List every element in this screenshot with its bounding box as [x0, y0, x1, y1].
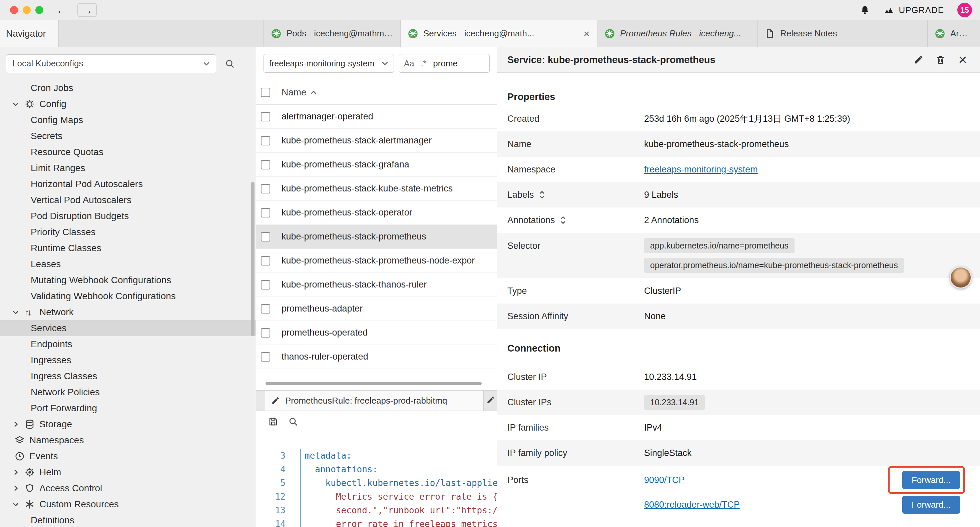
tab-pods[interactable]: Pods - icecheng@mathmas...: [264, 20, 401, 47]
sidebar-item-custom-resources[interactable]: Custom Resources: [0, 496, 256, 512]
sidebar-item-services[interactable]: Services: [0, 320, 256, 336]
editor-search-icon[interactable]: [288, 417, 298, 427]
yaml-editor[interactable]: 3metadata: 4 annotations: 5 kubectl.kube…: [256, 432, 497, 527]
chevron-down-icon[interactable]: [12, 100, 25, 108]
sidebar-scrollbar[interactable]: [251, 182, 255, 336]
selector-badge[interactable]: app.kubernetes.io/name=prometheus: [644, 238, 795, 253]
select-all-checkbox[interactable]: [261, 88, 270, 97]
row-checkbox[interactable]: [261, 328, 270, 338]
sidebar-item-resource-quotas[interactable]: Resource Quotas: [0, 144, 256, 160]
chevron-right-icon[interactable]: [12, 469, 25, 476]
sidebar-item-ingress-classes[interactable]: Ingress Classes: [0, 368, 256, 384]
window-minimize-button[interactable]: [23, 6, 31, 14]
sidebar-item-helm[interactable]: Helm: [0, 464, 256, 480]
port-link-8080-reloader-web[interactable]: 8080:reloader-web/TCP: [644, 500, 740, 510]
horizontal-scrollbar[interactable]: [266, 382, 482, 385]
sidebar-search-icon[interactable]: [225, 59, 235, 69]
sidebar-item-network[interactable]: ↑↓ Network: [0, 304, 256, 320]
sidebar-item-secrets[interactable]: Secrets: [0, 128, 256, 144]
row-checkbox[interactable]: [261, 160, 270, 169]
table-row[interactable]: thanos-ruler-operated: [256, 345, 497, 369]
pencil-icon[interactable]: [486, 396, 495, 404]
save-icon[interactable]: [268, 417, 278, 427]
upgrade-button[interactable]: UPGRADE: [883, 5, 944, 15]
row-checkbox[interactable]: [261, 232, 270, 242]
table-row-selected[interactable]: kube-prometheus-stack-prometheus: [256, 225, 497, 249]
forward-button[interactable]: Forward...: [902, 471, 960, 489]
sidebar-item-storage[interactable]: Storage: [0, 416, 256, 432]
table-row[interactable]: kube-prometheus-stack-prometheus-node-ex…: [256, 249, 497, 273]
annotations-count[interactable]: 2 Annotations: [644, 215, 699, 226]
dock-tab-prometheusrule[interactable]: PrometheusRule: freeleaps-prod-rabbitmq: [265, 390, 484, 411]
sidebar-item-validating-webhook-configurations[interactable]: Validating Webhook Configurations: [0, 288, 256, 304]
labels-count[interactable]: 9 Labels: [644, 190, 678, 200]
cluster-ip-badge[interactable]: 10.233.14.91: [644, 395, 705, 410]
table-row[interactable]: alertmanager-operated: [256, 105, 497, 129]
notification-count-badge[interactable]: 15: [957, 3, 972, 18]
match-case-toggle[interactable]: Aa: [404, 59, 414, 68]
row-checkbox[interactable]: [261, 136, 270, 145]
sidebar-item-definitions[interactable]: Definitions: [0, 512, 256, 527]
row-checkbox[interactable]: [261, 256, 270, 266]
tab-prometheus-rules[interactable]: Prometheus Rules - icecheng...: [597, 20, 757, 47]
selector-badge[interactable]: operator.prometheus.io/name=kube-prometh…: [644, 258, 904, 273]
forward-arrow-button[interactable]: →: [77, 3, 97, 17]
sidebar-item-config-maps[interactable]: Config Maps: [0, 112, 256, 128]
forward-button[interactable]: Forward...: [902, 496, 960, 514]
window-close-button[interactable]: [10, 6, 18, 14]
sidebar-item-limit-ranges[interactable]: Limit Ranges: [0, 160, 256, 176]
back-arrow-button[interactable]: ←: [53, 4, 71, 16]
table-row[interactable]: kube-prometheus-stack-kube-state-metrics: [256, 177, 497, 201]
sidebar-item-namespaces[interactable]: Namespaces: [0, 432, 256, 448]
table-row[interactable]: kube-prometheus-stack-grafana: [256, 153, 497, 177]
window-maximize-button[interactable]: [35, 6, 43, 14]
row-checkbox[interactable]: [261, 208, 270, 218]
table-row[interactable]: prometheus-adapter: [256, 297, 497, 321]
tab-close-icon[interactable]: ×: [584, 29, 590, 39]
sidebar-item-pod-disruption-budgets[interactable]: Pod Disruption Budgets: [0, 208, 256, 224]
sidebar-item-vertical-pod-autoscalers[interactable]: Vertical Pod Autoscalers: [0, 192, 256, 208]
sidebar-item-access-control[interactable]: Access Control: [0, 480, 256, 496]
sidebar-item-endpoints[interactable]: Endpoints: [0, 336, 256, 352]
user-avatar[interactable]: [950, 266, 972, 288]
namespace-filter-select[interactable]: freeleaps-monitoring-system: [264, 54, 394, 73]
tab-argo[interactable]: Argo Se: [928, 20, 980, 47]
row-checkbox[interactable]: [261, 352, 270, 361]
namespace-link[interactable]: freeleaps-monitoring-system: [644, 164, 758, 174]
chevron-down-icon[interactable]: [12, 309, 25, 316]
sidebar-item-config[interactable]: Config: [0, 96, 256, 112]
sidebar-item-port-forwarding[interactable]: Port Forwarding: [0, 400, 256, 416]
chevron-right-icon[interactable]: [12, 420, 25, 428]
port-link-9090[interactable]: 9090/TCP: [644, 475, 685, 485]
sidebar-item-runtime-classes[interactable]: Runtime Classes: [0, 240, 256, 256]
row-checkbox[interactable]: [261, 112, 270, 121]
sidebar-item-leases[interactable]: Leases: [0, 256, 256, 272]
row-checkbox[interactable]: [261, 184, 270, 193]
table-row[interactable]: kube-prometheus-stack-thanos-ruler: [256, 273, 497, 297]
name-column-header[interactable]: Name: [282, 87, 317, 98]
notifications-bell-icon[interactable]: [860, 5, 870, 15]
sidebar-item-cron-jobs[interactable]: Cron Jobs: [0, 80, 256, 96]
row-checkbox[interactable]: [261, 280, 270, 290]
sidebar-item-priority-classes[interactable]: Priority Classes: [0, 224, 256, 240]
list-search-input[interactable]: Aa .* prome: [399, 54, 490, 73]
sidebar-item-mutating-webhook-configurations[interactable]: Mutating Webhook Configurations: [0, 272, 256, 288]
close-icon[interactable]: ×: [955, 53, 970, 67]
tab-services[interactable]: Services - icecheng@math... ×: [401, 20, 597, 47]
sidebar-item-events[interactable]: Events: [0, 448, 256, 464]
tab-release-notes[interactable]: Release Notes: [757, 20, 928, 47]
table-row[interactable]: kube-prometheus-stack-alertmanager: [256, 129, 497, 153]
row-checkbox[interactable]: [261, 304, 270, 314]
regex-toggle[interactable]: .*: [421, 59, 426, 68]
expand-collapse-icon[interactable]: [539, 190, 546, 199]
table-row[interactable]: kube-prometheus-stack-operator: [256, 201, 497, 225]
chevron-down-icon[interactable]: [12, 501, 25, 508]
sidebar-item-network-policies[interactable]: Network Policies: [0, 384, 256, 400]
table-row[interactable]: prometheus-operated: [256, 321, 497, 345]
kubeconfig-selector[interactable]: Local Kubeconfigs: [6, 54, 216, 73]
expand-collapse-icon[interactable]: [560, 215, 566, 225]
edit-pencil-icon[interactable]: [911, 53, 926, 67]
trash-icon[interactable]: [933, 53, 948, 67]
sidebar-item-ingresses[interactable]: Ingresses: [0, 352, 256, 368]
sidebar-item-horizontal-pod-autoscalers[interactable]: Horizontal Pod Autoscalers: [0, 176, 256, 192]
